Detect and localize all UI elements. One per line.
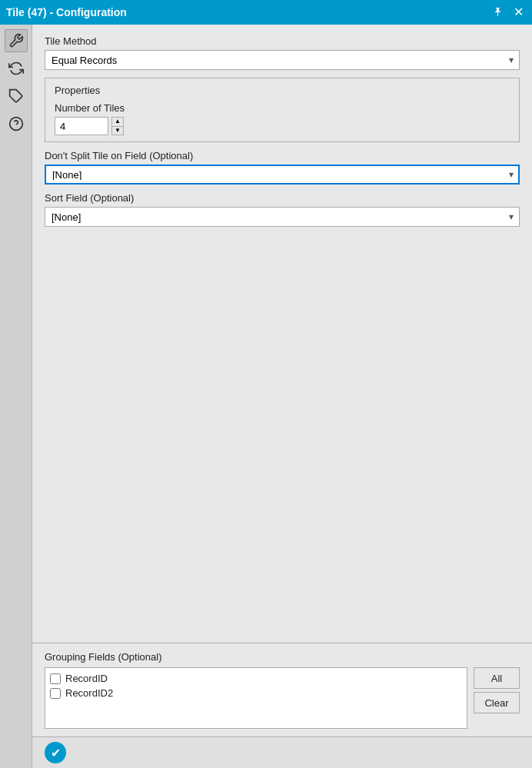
sidebar-icon-recycle[interactable]: [5, 57, 28, 80]
sidebar-icon-tag[interactable]: [5, 85, 28, 108]
clear-button[interactable]: Clear: [474, 692, 520, 713]
grouping-list: RecordID RecordID2: [45, 667, 467, 729]
confirm-icon: ✔: [51, 746, 61, 760]
window-body: Tile Method Equal Records Equal Interval…: [0, 25, 532, 768]
bottom-toolbar: ✔: [32, 736, 532, 768]
recordid2-checkbox[interactable]: [50, 688, 61, 699]
main-window: Tile (47) - Configuration 🖈 ✕: [0, 0, 532, 768]
tile-method-section: Tile Method Equal Records Equal Interval…: [45, 35, 520, 70]
sidebar-icon-help[interactable]: [5, 112, 28, 135]
sort-field-select[interactable]: [None]: [45, 207, 520, 227]
spinner-down-btn[interactable]: ▼: [111, 126, 124, 136]
properties-legend: Properties: [55, 85, 510, 96]
properties-group: Properties Number of Tiles 4 ▲ ▼: [45, 78, 520, 142]
num-tiles-row: 4 ▲ ▼: [55, 117, 510, 135]
sort-field-label: Sort Field (Optional): [45, 192, 520, 204]
close-button[interactable]: ✕: [511, 6, 526, 18]
dont-split-section: Don't Split Tile on Field (Optional) [No…: [45, 150, 520, 185]
window-title: Tile (47) - Configuration: [6, 6, 127, 18]
spinner-up-btn[interactable]: ▲: [111, 117, 124, 126]
config-area: Tile Method Equal Records Equal Interval…: [32, 25, 532, 643]
grouping-label: Grouping Fields (Optional): [45, 651, 520, 663]
num-tiles-input[interactable]: 4: [55, 117, 108, 135]
grouping-buttons: All Clear: [474, 667, 520, 713]
sort-field-section: Sort Field (Optional) [None]: [45, 192, 520, 227]
recordid2-label: RecordID2: [65, 687, 113, 699]
sidebar-icon-wrench[interactable]: [5, 29, 28, 52]
dont-split-select-wrapper: [None]: [45, 165, 520, 185]
list-item: RecordID: [50, 671, 462, 686]
sidebar: [0, 25, 32, 768]
dont-split-label: Don't Split Tile on Field (Optional): [45, 150, 520, 161]
tile-method-select-wrapper: Equal Records Equal Intervals Manual: [45, 50, 520, 70]
tile-method-select[interactable]: Equal Records Equal Intervals Manual: [45, 50, 520, 70]
confirm-button[interactable]: ✔: [45, 742, 66, 763]
num-tiles-spinner: ▲ ▼: [111, 117, 124, 135]
recordid-checkbox[interactable]: [50, 673, 61, 684]
main-content: Tile Method Equal Records Equal Interval…: [32, 25, 532, 768]
recordid-label: RecordID: [65, 673, 108, 684]
bottom-section: Grouping Fields (Optional) RecordID Reco…: [32, 643, 532, 736]
list-item: RecordID2: [50, 686, 462, 700]
grouping-row: RecordID RecordID2 All Clear: [45, 667, 520, 729]
sort-field-select-wrapper: [None]: [45, 207, 520, 227]
tile-method-label: Tile Method: [45, 35, 520, 47]
num-tiles-label: Number of Tiles: [55, 102, 510, 114]
pin-button[interactable]: 🖈: [490, 6, 507, 18]
title-bar: Tile (47) - Configuration 🖈 ✕: [0, 0, 532, 25]
title-bar-controls: 🖈 ✕: [490, 6, 526, 18]
all-button[interactable]: All: [474, 667, 520, 689]
dont-split-select[interactable]: [None]: [45, 165, 520, 185]
